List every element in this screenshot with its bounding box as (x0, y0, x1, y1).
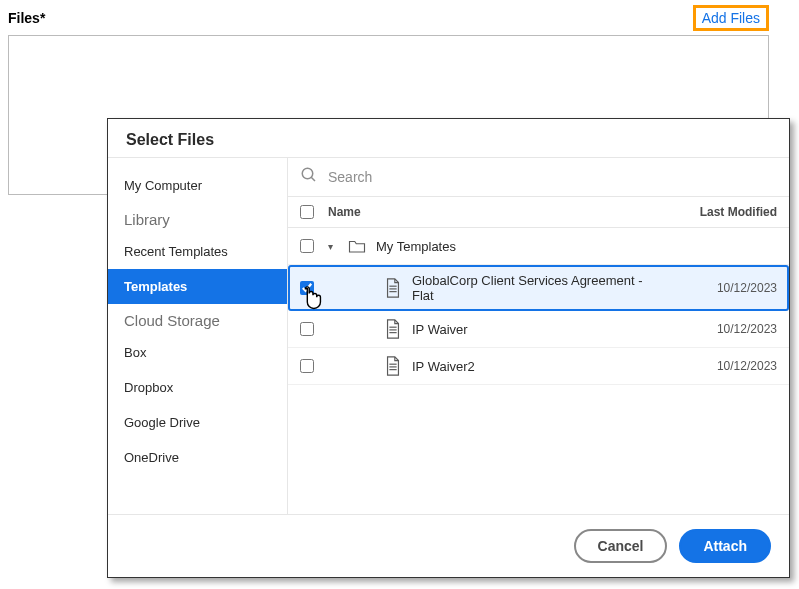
files-label: Files* (8, 10, 45, 26)
file-checkbox[interactable] (300, 281, 314, 295)
file-row[interactable]: GlobalCorp Client Services Agreement - F… (288, 265, 789, 311)
file-row[interactable]: IP Waiver 10/12/2023 (288, 311, 789, 348)
file-checkbox[interactable] (300, 322, 314, 336)
svg-line-1 (311, 177, 315, 181)
file-checkbox[interactable] (300, 359, 314, 373)
sidebar-item-my-computer[interactable]: My Computer (108, 168, 287, 203)
file-name: GlobalCorp Client Services Agreement - F… (412, 273, 667, 303)
document-icon (384, 278, 402, 298)
sidebar-item-google-drive[interactable]: Google Drive (108, 405, 287, 440)
sidebar-item-box[interactable]: Box (108, 335, 287, 370)
folder-checkbox[interactable] (300, 239, 314, 253)
select-all-checkbox[interactable] (300, 205, 314, 219)
sidebar-item-templates[interactable]: Templates (108, 269, 287, 304)
file-modified: 10/12/2023 (677, 281, 777, 295)
document-icon (384, 356, 402, 376)
modal-sidebar: My Computer Library Recent Templates Tem… (108, 158, 288, 514)
folder-row[interactable]: ▾ My Templates (288, 228, 789, 265)
add-files-button[interactable]: Add Files (693, 5, 769, 31)
folder-name: My Templates (376, 239, 667, 254)
folder-icon (348, 236, 366, 256)
sidebar-group-cloud-storage: Cloud Storage (108, 304, 287, 335)
document-icon (384, 319, 402, 339)
file-modified: 10/12/2023 (677, 322, 777, 336)
file-row[interactable]: IP Waiver2 10/12/2023 (288, 348, 789, 385)
caret-down-icon[interactable]: ▾ (328, 241, 336, 252)
sidebar-item-recent-templates[interactable]: Recent Templates (108, 234, 287, 269)
file-modified: 10/12/2023 (677, 359, 777, 373)
sidebar-item-dropbox[interactable]: Dropbox (108, 370, 287, 405)
file-name: IP Waiver2 (412, 359, 667, 374)
file-name: IP Waiver (412, 322, 667, 337)
sidebar-group-library: Library (108, 203, 287, 234)
modal-title: Select Files (108, 119, 789, 157)
svg-point-0 (302, 168, 313, 179)
col-header-name[interactable]: Name (328, 205, 667, 219)
sidebar-item-onedrive[interactable]: OneDrive (108, 440, 287, 475)
select-files-modal: Select Files My Computer Library Recent … (107, 118, 790, 578)
search-input[interactable] (328, 169, 777, 185)
search-icon (300, 166, 318, 188)
col-header-modified[interactable]: Last Modified (677, 205, 777, 219)
cancel-button[interactable]: Cancel (574, 529, 668, 563)
table-header: Name Last Modified (288, 196, 789, 228)
attach-button[interactable]: Attach (679, 529, 771, 563)
